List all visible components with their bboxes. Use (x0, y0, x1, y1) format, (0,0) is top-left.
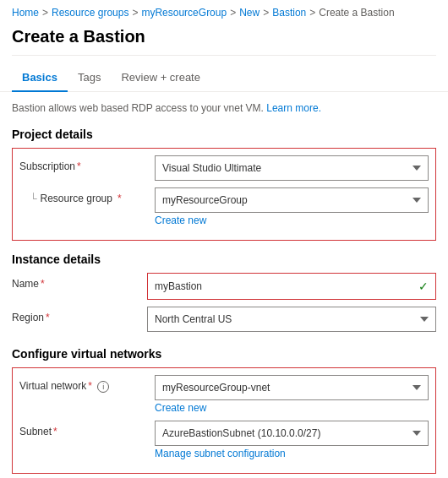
virtual-network-row: Virtual network* i myResourceGroup-vnet … (19, 375, 429, 414)
breadcrumb-home[interactable]: Home (12, 7, 39, 19)
subnet-row: Subnet* AzureBastionSubnet (10.10.0.0/27… (19, 421, 429, 459)
virtual-network-info-icon: i (97, 381, 109, 393)
resource-group-select[interactable]: myResourceGroup (155, 187, 429, 213)
subscription-label: Subscription* (19, 155, 155, 172)
resource-group-label: Resource group (41, 193, 112, 204)
region-control: North Central US (147, 307, 436, 332)
subnet-label: Subnet* (19, 421, 155, 437)
subnet-select[interactable]: AzureBastionSubnet (10.10.0.0/27) (155, 421, 429, 446)
resource-group-label-wrap: └ Resource group* (19, 187, 155, 204)
project-details-section: Project details Subscription* Visual Stu… (0, 122, 448, 247)
tab-tags[interactable]: Tags (68, 66, 111, 92)
subscription-control: Visual Studio Ultimate (155, 155, 429, 181)
project-details-box: Subscription* Visual Studio Ultimate └ R… (12, 148, 436, 241)
name-input-wrap: ✓ (147, 273, 436, 300)
name-control: ✓ (147, 273, 436, 300)
region-label: Region* (12, 307, 147, 323)
breadcrumb-sep-1: > (132, 7, 138, 19)
breadcrumb-sep-0: > (42, 7, 48, 19)
virtual-network-select[interactable]: myResourceGroup-vnet (155, 375, 429, 400)
breadcrumb-bastion[interactable]: Bastion (272, 7, 306, 19)
breadcrumb-sep-4: > (309, 7, 315, 19)
learn-more-link[interactable]: Learn more. (266, 102, 321, 114)
indent-line: └ Resource group* (19, 193, 122, 204)
subnet-control: AzureBastionSubnet (10.10.0.0/27) Manage… (155, 421, 429, 459)
name-input[interactable] (148, 274, 415, 299)
virtual-network-create-new[interactable]: Create new (155, 402, 429, 414)
project-details-title: Project details (12, 128, 436, 141)
region-row: Region* North Central US (12, 307, 436, 332)
breadcrumb-sep-2: > (230, 7, 236, 19)
resource-group-row: └ Resource group* myResourceGroup Create… (19, 187, 429, 226)
info-text: Bastion allows web based RDP access to y… (0, 99, 448, 122)
title-divider (12, 55, 436, 56)
virtual-network-label: Virtual network* i (19, 375, 155, 393)
instance-details-section: Instance details Name* ✓ Region* North C… (0, 247, 448, 342)
breadcrumb-resource-groups[interactable]: Resource groups (52, 7, 128, 19)
breadcrumb-sep-3: > (263, 7, 269, 19)
resource-group-control: myResourceGroup Create new (155, 187, 429, 226)
tabs-bar: Basics Tags Review + create (0, 66, 448, 92)
name-label: Name* (12, 273, 147, 290)
tab-basics[interactable]: Basics (12, 66, 68, 92)
virtual-networks-title: Configure virtual networks (12, 347, 436, 361)
page-title: Create a Bastion (0, 24, 448, 55)
virtual-network-control: myResourceGroup-vnet Create new (155, 375, 429, 414)
resource-group-create-new[interactable]: Create new (155, 215, 429, 226)
breadcrumb-new[interactable]: New (239, 7, 260, 19)
virtual-networks-box: Virtual network* i myResourceGroup-vnet … (12, 367, 436, 474)
virtual-networks-section: Configure virtual networks Virtual netwo… (0, 342, 448, 478)
breadcrumb-current: Create a Bastion (319, 7, 394, 19)
manage-subnet-link[interactable]: Manage subnet configuration (155, 448, 429, 459)
breadcrumb-my-resource-group[interactable]: myResourceGroup (141, 7, 227, 19)
region-select[interactable]: North Central US (147, 307, 436, 332)
name-valid-icon: ✓ (418, 280, 429, 293)
subscription-select[interactable]: Visual Studio Ultimate (155, 155, 429, 181)
tab-review-create[interactable]: Review + create (111, 66, 210, 92)
instance-details-title: Instance details (12, 253, 436, 266)
name-row: Name* ✓ (12, 273, 436, 300)
subscription-row: Subscription* Visual Studio Ultimate (19, 155, 429, 181)
breadcrumb: Home > Resource groups > myResourceGroup… (0, 0, 448, 24)
